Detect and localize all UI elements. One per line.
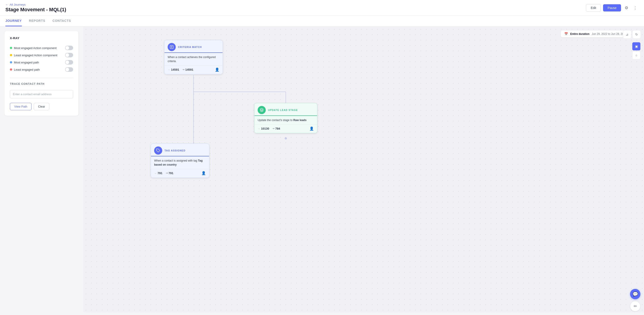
dot-yellow — [10, 54, 12, 56]
back-link[interactable]: ← All Journeys — [6, 3, 66, 6]
chat-icon: 💬 — [632, 292, 638, 297]
dot-red — [10, 68, 12, 71]
feedback-icon: ✏ — [634, 304, 637, 309]
arrow-in-icon: → — [168, 68, 170, 71]
date-filter-bar[interactable]: 📅 Entire duration Jun 29, 2022 to Jun 28… — [560, 30, 630, 38]
person-icon-criteria: 👤 — [215, 68, 220, 72]
filter-button[interactable]: ⊿ — [623, 30, 632, 39]
node-tag-icon — [154, 146, 162, 154]
pause-button[interactable]: Pause — [603, 4, 621, 12]
node-tag-header: TAG ASSIGNED — [151, 144, 209, 156]
stat-tag-in: → 791 — [154, 172, 162, 175]
clear-button[interactable]: Clear — [34, 103, 49, 110]
toggle-least-path[interactable] — [65, 67, 73, 72]
stat-update-out: ⇥ 784 — [272, 127, 280, 130]
xray-row-least-action: Least engaged Action component — [10, 52, 73, 59]
node-tag-assigned[interactable]: TAG ASSIGNED When a contact is assigned … — [151, 144, 209, 178]
person-icon-update: 👤 — [310, 126, 314, 131]
arrow-out-icon-update: ⇥ — [272, 127, 274, 130]
date-filter-range: Jun 29, 2022 to Jun 28, 2023 — [592, 32, 627, 36]
view-map-icon: ○ — [636, 54, 637, 57]
stat-update-in: → 10130 — [258, 127, 269, 130]
more-icon: ⋮ — [633, 6, 637, 10]
sidebar-panel: X-RAY Most engaged Action component Leas… — [4, 31, 79, 116]
person-icon-tag: 👤 — [202, 171, 206, 175]
node-tag-title: TAG ASSIGNED — [164, 149, 186, 152]
node-criteria-stats: → 14591 ⇥ 14591 👤 — [164, 66, 222, 74]
xray-label-most-path: Most engaged path — [14, 61, 39, 64]
node-update-header: UPDATE LEAD STAGE — [254, 103, 317, 116]
settings-icon: ⚙ — [625, 6, 628, 10]
main-content: X-RAY Most engaged Action component Leas… — [0, 26, 644, 312]
view-path-button[interactable]: View Path — [10, 103, 32, 110]
back-arrow-icon: ← — [6, 3, 8, 6]
stat-tag-out: ⇥ 791 — [166, 172, 174, 175]
node-criteria-match[interactable]: CRITERIA MATCH When a contact achieves t… — [164, 40, 223, 74]
filter-icon: ⊿ — [626, 32, 628, 36]
feedback-button[interactable]: ✏ — [630, 301, 640, 312]
node-criteria-body: When a contact achieves the configured c… — [164, 53, 222, 66]
tab-contacts[interactable]: CONTACTS — [52, 16, 71, 26]
stat-criteria-in: → 14591 — [168, 68, 179, 71]
node-tag-stats: → 791 ⇥ 791 👤 — [151, 169, 209, 178]
arrow-in-icon-tag: → — [154, 172, 156, 174]
chat-support-button[interactable]: 💬 — [630, 289, 640, 299]
node-criteria-icon — [168, 43, 176, 51]
more-menu-button[interactable]: ⋮ — [632, 4, 638, 12]
node-criteria-header: CRITERIA MATCH — [164, 40, 222, 53]
refresh-button[interactable]: ↻ — [632, 30, 641, 39]
sidebar-divider — [10, 78, 73, 78]
node-update-body: Update the contact's stage to Raw leads — [254, 116, 317, 124]
node-tag-body: When a contact is assigned with tag Tag … — [151, 156, 209, 169]
toggle-most-path[interactable] — [65, 60, 73, 64]
node-update-lead[interactable]: UPDATE LEAD STAGE Update the contact's s… — [254, 103, 317, 133]
xray-label-least-action: Least engaged Action component — [14, 54, 58, 57]
header: ← All Journeys Stage Movement - MQL(1) E… — [0, 0, 644, 16]
dot-blue — [10, 61, 12, 64]
xray-row-most-path: Most engaged path — [10, 59, 73, 66]
tab-bar: JOURNEY REPORTS CONTACTS — [0, 16, 644, 26]
arrow-out-icon-tag: ⇥ — [166, 172, 168, 174]
view-mode-buttons: ▣ ○ — [632, 42, 640, 60]
node-update-stats: → 10130 ⇥ 784 👤 — [254, 124, 317, 133]
page-title: Stage Movement - MQL(1) — [6, 7, 66, 12]
xray-label-least-path: Least engaged path — [14, 68, 40, 71]
date-filter-label: Entire duration — [570, 32, 589, 36]
tab-journey[interactable]: JOURNEY — [6, 16, 22, 26]
xray-row-least-path: Least engaged path — [10, 66, 73, 73]
refresh-icon: ↻ — [635, 32, 638, 36]
node-criteria-title: CRITERIA MATCH — [178, 46, 202, 48]
xray-items: Most engaged Action component Least enga… — [10, 44, 73, 73]
arrow-in-icon-update: → — [258, 127, 260, 130]
xray-row-most-action: Most engaged Action component — [10, 44, 73, 52]
toggle-most-action[interactable] — [65, 46, 73, 50]
svg-point-6 — [285, 137, 287, 140]
trace-actions: View Path Clear — [10, 103, 73, 110]
arrow-out-icon: ⇥ — [182, 68, 184, 71]
email-input[interactable] — [10, 90, 73, 98]
stat-criteria-out: ⇥ 14591 — [182, 68, 193, 71]
toggle-least-action[interactable] — [65, 53, 73, 58]
settings-button[interactable]: ⚙ — [623, 4, 630, 12]
view-flow-button[interactable]: ▣ — [632, 42, 640, 50]
node-update-icon — [258, 106, 266, 114]
header-actions: Edit Pause ⚙ ⋮ — [586, 4, 638, 12]
header-left: ← All Journeys Stage Movement - MQL(1) — [6, 3, 66, 12]
dot-green — [10, 47, 12, 49]
xray-label-most-action: Most engaged Action component — [14, 46, 56, 50]
tab-reports[interactable]: REPORTS — [29, 16, 46, 26]
back-link-label: All Journeys — [10, 3, 26, 6]
view-map-button[interactable]: ○ — [632, 51, 640, 60]
calendar-icon: 📅 — [564, 32, 568, 36]
view-flow-icon: ▣ — [635, 44, 638, 48]
node-update-title: UPDATE LEAD STAGE — [268, 109, 298, 112]
xray-title: X-RAY — [10, 36, 73, 40]
edit-button[interactable]: Edit — [586, 4, 601, 12]
journey-canvas[interactable]: 📅 Entire duration Jun 29, 2022 to Jun 28… — [83, 26, 644, 312]
trace-title: TRACE CONTACT PATH — [10, 82, 73, 86]
